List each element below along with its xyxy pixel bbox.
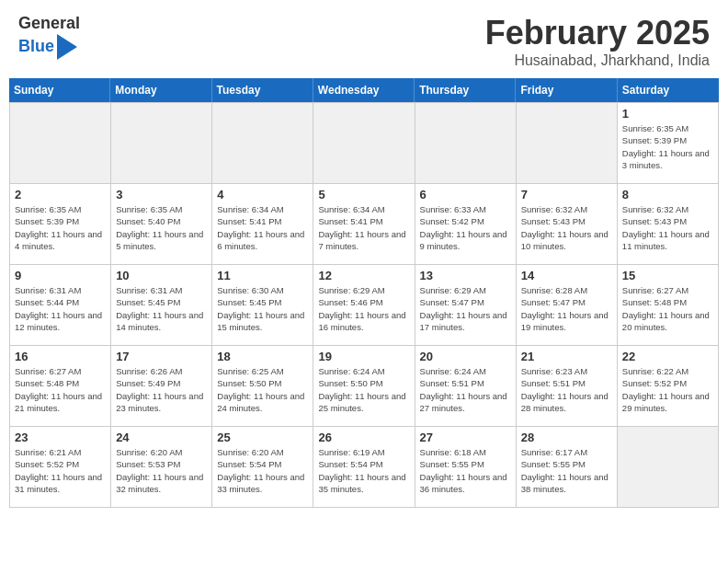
calendar-cell: 15 Sunrise: 6:27 AM Sunset: 5:48 PM Dayl… <box>618 265 719 346</box>
day-info: Sunrise: 6:27 AM Sunset: 5:48 PM Dayligh… <box>622 284 713 333</box>
day-number: 23 <box>15 431 106 444</box>
calendar-cell <box>10 103 111 184</box>
day-info: Sunrise: 6:31 AM Sunset: 5:44 PM Dayligh… <box>15 284 106 333</box>
calendar-cell: 13 Sunrise: 6:29 AM Sunset: 5:47 PM Dayl… <box>415 265 517 346</box>
title-block: February 2025 Husainabad, Jharkhand, Ind… <box>485 14 710 69</box>
day-number: 4 <box>217 188 308 201</box>
header-thursday: Thursday <box>415 78 516 102</box>
day-number: 25 <box>217 431 308 444</box>
calendar-cell: 22 Sunrise: 6:22 AM Sunset: 5:52 PM Dayl… <box>618 346 719 427</box>
day-number: 16 <box>15 350 106 363</box>
day-number: 8 <box>622 188 713 201</box>
day-number: 27 <box>420 431 511 444</box>
calendar-cell <box>111 103 212 184</box>
calendar-cell: 14 Sunrise: 6:28 AM Sunset: 5:47 PM Dayl… <box>517 265 618 346</box>
calendar-cell: 10 Sunrise: 6:31 AM Sunset: 5:45 PM Dayl… <box>111 265 212 346</box>
day-info: Sunrise: 6:17 AM Sunset: 5:55 PM Dayligh… <box>521 446 612 495</box>
calendar-cell: 8 Sunrise: 6:32 AM Sunset: 5:43 PM Dayli… <box>618 184 719 265</box>
calendar-cell: 18 Sunrise: 6:25 AM Sunset: 5:50 PM Dayl… <box>212 346 313 427</box>
header-tuesday: Tuesday <box>212 78 313 102</box>
day-info: Sunrise: 6:30 AM Sunset: 5:45 PM Dayligh… <box>217 284 308 333</box>
day-number: 3 <box>116 188 207 201</box>
day-number: 12 <box>318 269 409 282</box>
day-number: 18 <box>217 350 308 363</box>
day-info: Sunrise: 6:34 AM Sunset: 5:41 PM Dayligh… <box>217 203 308 252</box>
logo-blue: Blue <box>18 34 80 60</box>
calendar-cell: 21 Sunrise: 6:23 AM Sunset: 5:51 PM Dayl… <box>517 346 618 427</box>
day-info: Sunrise: 6:18 AM Sunset: 5:55 PM Dayligh… <box>420 446 511 495</box>
page-container: General Blue February 2025 Husainabad, J… <box>0 0 728 517</box>
calendar-cell: 3 Sunrise: 6:35 AM Sunset: 5:40 PM Dayli… <box>111 184 212 265</box>
day-info: Sunrise: 6:25 AM Sunset: 5:50 PM Dayligh… <box>217 365 308 414</box>
day-info: Sunrise: 6:29 AM Sunset: 5:47 PM Dayligh… <box>420 284 511 333</box>
calendar-cell <box>212 103 313 184</box>
calendar-body: 1 Sunrise: 6:35 AM Sunset: 5:39 PM Dayli… <box>9 102 719 508</box>
calendar-cell: 28 Sunrise: 6:17 AM Sunset: 5:55 PM Dayl… <box>517 427 618 508</box>
day-info: Sunrise: 6:28 AM Sunset: 5:47 PM Dayligh… <box>521 284 612 333</box>
day-number: 13 <box>420 269 511 282</box>
day-number: 9 <box>15 269 106 282</box>
calendar-cell <box>517 103 618 184</box>
day-number: 5 <box>318 188 409 201</box>
day-number: 21 <box>521 350 612 363</box>
calendar-cell: 16 Sunrise: 6:27 AM Sunset: 5:48 PM Dayl… <box>10 346 111 427</box>
calendar-cell: 11 Sunrise: 6:30 AM Sunset: 5:45 PM Dayl… <box>212 265 313 346</box>
header: General Blue February 2025 Husainabad, J… <box>0 0 728 78</box>
day-number: 20 <box>420 350 511 363</box>
day-info: Sunrise: 6:22 AM Sunset: 5:52 PM Dayligh… <box>622 365 713 414</box>
calendar-cell: 6 Sunrise: 6:33 AM Sunset: 5:42 PM Dayli… <box>415 184 517 265</box>
day-number: 7 <box>521 188 612 201</box>
calendar-cell: 2 Sunrise: 6:35 AM Sunset: 5:39 PM Dayli… <box>10 184 111 265</box>
day-number: 10 <box>116 269 207 282</box>
header-monday: Monday <box>110 78 211 102</box>
day-info: Sunrise: 6:20 AM Sunset: 5:54 PM Dayligh… <box>217 446 308 495</box>
day-number: 1 <box>622 107 713 121</box>
logo-arrow-icon <box>57 34 77 60</box>
logo-general: General <box>18 14 80 34</box>
calendar-cell: 19 Sunrise: 6:24 AM Sunset: 5:50 PM Dayl… <box>313 346 415 427</box>
day-info: Sunrise: 6:35 AM Sunset: 5:39 PM Dayligh… <box>622 122 713 171</box>
calendar-cell <box>415 103 517 184</box>
day-number: 6 <box>420 188 511 201</box>
calendar-cell: 4 Sunrise: 6:34 AM Sunset: 5:41 PM Dayli… <box>212 184 313 265</box>
day-number: 11 <box>217 269 308 282</box>
calendar-cell: 25 Sunrise: 6:20 AM Sunset: 5:54 PM Dayl… <box>212 427 313 508</box>
day-number: 24 <box>116 431 207 444</box>
day-number: 22 <box>622 350 713 363</box>
calendar-cell: 1 Sunrise: 6:35 AM Sunset: 5:39 PM Dayli… <box>618 103 719 184</box>
calendar-cell <box>313 103 415 184</box>
day-number: 2 <box>15 188 106 201</box>
day-info: Sunrise: 6:34 AM Sunset: 5:41 PM Dayligh… <box>318 203 409 252</box>
day-info: Sunrise: 6:35 AM Sunset: 5:39 PM Dayligh… <box>15 203 106 252</box>
calendar-cell: 27 Sunrise: 6:18 AM Sunset: 5:55 PM Dayl… <box>415 427 517 508</box>
calendar-cell: 24 Sunrise: 6:20 AM Sunset: 5:53 PM Dayl… <box>111 427 212 508</box>
day-info: Sunrise: 6:21 AM Sunset: 5:52 PM Dayligh… <box>15 446 106 495</box>
day-number: 28 <box>521 431 612 444</box>
day-number: 15 <box>622 269 713 282</box>
header-wednesday: Wednesday <box>313 78 415 102</box>
day-number: 14 <box>521 269 612 282</box>
calendar-cell: 17 Sunrise: 6:26 AM Sunset: 5:49 PM Dayl… <box>111 346 212 427</box>
header-saturday: Saturday <box>618 78 719 102</box>
day-info: Sunrise: 6:32 AM Sunset: 5:43 PM Dayligh… <box>521 203 612 252</box>
day-info: Sunrise: 6:24 AM Sunset: 5:51 PM Dayligh… <box>420 365 511 414</box>
calendar-cell: 7 Sunrise: 6:32 AM Sunset: 5:43 PM Dayli… <box>517 184 618 265</box>
calendar-cell <box>618 427 719 508</box>
day-info: Sunrise: 6:27 AM Sunset: 5:48 PM Dayligh… <box>15 365 106 414</box>
day-number: 26 <box>318 431 409 444</box>
day-number: 17 <box>116 350 207 363</box>
calendar-cell: 23 Sunrise: 6:21 AM Sunset: 5:52 PM Dayl… <box>10 427 111 508</box>
calendar: Sunday Monday Tuesday Wednesday Thursday… <box>0 78 728 517</box>
day-number: 19 <box>318 350 409 363</box>
calendar-cell: 20 Sunrise: 6:24 AM Sunset: 5:51 PM Dayl… <box>415 346 517 427</box>
header-friday: Friday <box>516 78 617 102</box>
day-info: Sunrise: 6:24 AM Sunset: 5:50 PM Dayligh… <box>318 365 409 414</box>
calendar-cell: 9 Sunrise: 6:31 AM Sunset: 5:44 PM Dayli… <box>10 265 111 346</box>
calendar-header: Sunday Monday Tuesday Wednesday Thursday… <box>9 78 719 102</box>
day-info: Sunrise: 6:29 AM Sunset: 5:46 PM Dayligh… <box>318 284 409 333</box>
calendar-cell: 5 Sunrise: 6:34 AM Sunset: 5:41 PM Dayli… <box>313 184 415 265</box>
calendar-cell: 12 Sunrise: 6:29 AM Sunset: 5:46 PM Dayl… <box>313 265 415 346</box>
logo-text: General Blue <box>18 14 80 60</box>
day-info: Sunrise: 6:20 AM Sunset: 5:53 PM Dayligh… <box>116 446 207 495</box>
location: Husainabad, Jharkhand, India <box>485 52 710 69</box>
